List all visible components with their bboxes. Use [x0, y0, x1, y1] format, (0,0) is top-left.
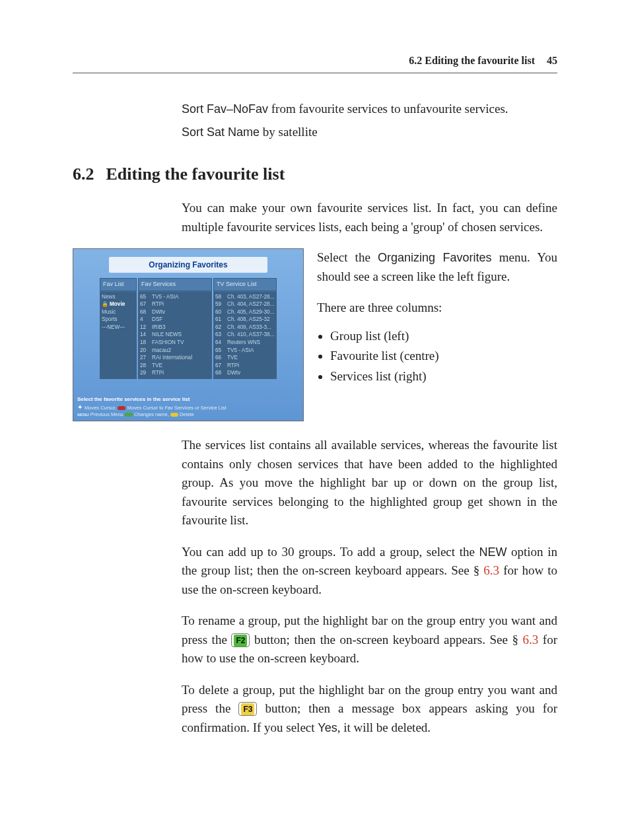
- running-header: 6.2 Editing the favourite list 45: [73, 53, 557, 73]
- group-item: ---NEW---: [102, 324, 135, 332]
- body-paragraph: You can add up to 30 groups. To add a gr…: [182, 543, 557, 600]
- body-paragraph: The services list contains all available…: [182, 436, 557, 530]
- f2-key-icon: F2: [231, 633, 250, 647]
- tv-service-list-header: TV Service List: [213, 278, 277, 291]
- green-pill-icon: [125, 413, 133, 417]
- def-desc: by satellite: [260, 125, 318, 139]
- fav-list-column: News Movie Music Sports ---NEW---: [100, 292, 137, 379]
- arrow-icon: ✦: [77, 404, 83, 411]
- side-caption: Select the Organizing Favorites menu. Yo…: [317, 248, 557, 391]
- organizing-favorites-screenshot: Organizing Favorites Fav List News Movie…: [73, 248, 304, 421]
- yellow-pill-icon: [170, 413, 178, 417]
- screenshot-title: Organizing Favorites: [109, 257, 267, 273]
- screenshot-footer: Select the favorite services in the serv…: [77, 396, 299, 418]
- def-desc: from favourite services to unfavourite s…: [268, 102, 508, 116]
- def-term: Sort Sat Name: [182, 125, 260, 139]
- menu-name: Organizing Favorites: [378, 251, 492, 264]
- xref-link[interactable]: 6.3: [523, 633, 539, 647]
- group-item-selected: Movie: [102, 300, 135, 308]
- bullet-item: Services list (right): [330, 367, 557, 386]
- lock-icon: [102, 301, 110, 307]
- xref-link[interactable]: 6.3: [483, 563, 499, 577]
- fav-list-header: Fav List: [100, 278, 137, 291]
- body-paragraph: To delete a group, put the highlight bar…: [182, 681, 557, 738]
- group-item: Sports: [102, 316, 135, 324]
- new-option-label: NEW: [479, 545, 507, 559]
- group-item: Music: [102, 308, 135, 316]
- bullet-item: Favourite list (centre): [330, 347, 557, 366]
- body-paragraph: To rename a group, put the highlight bar…: [182, 612, 557, 668]
- fav-services-header: Fav Services: [138, 278, 212, 291]
- def-term: Sort Fav–NoFav: [182, 102, 268, 116]
- bullet-item: Group list (left): [330, 327, 557, 346]
- f3-key-icon: F3: [238, 702, 257, 716]
- tv-service-list-column: 58Ch. 403, AS27-28... 59Ch. 404, AS27-28…: [213, 292, 277, 379]
- yes-label: Yes: [318, 721, 337, 734]
- column-bullets: Group list (left) Favourite list (centre…: [317, 327, 557, 386]
- fav-services-column: 65TV5 - ASIA 67RTPi 68DWtv 4DSF 12IRIB3 …: [138, 292, 212, 379]
- footer-instruction: Select the favorite services in the serv…: [77, 396, 299, 403]
- definition-list: Sort Fav–NoFav from favourite services t…: [182, 100, 557, 141]
- menu-label: MENU: [77, 413, 89, 417]
- section-number: 6.2: [73, 164, 94, 184]
- section-heading: 6.2Editing the favourite list: [73, 161, 557, 187]
- red-pill-icon: [118, 406, 125, 410]
- section-title-text: Editing the favourite list: [106, 164, 285, 184]
- screenshot-figure: Organizing Favorites Fav List News Movie…: [73, 248, 304, 421]
- page-number: 45: [547, 55, 557, 66]
- intro-paragraph: You can make your own favourite services…: [182, 199, 557, 236]
- group-item: News: [102, 293, 135, 301]
- header-section: 6.2 Editing the favourite list: [409, 55, 535, 66]
